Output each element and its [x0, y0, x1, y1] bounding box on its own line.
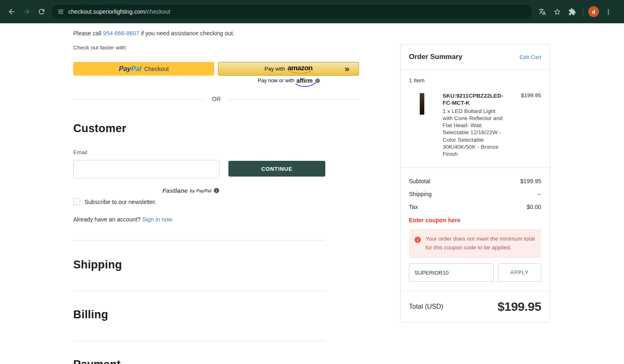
product-thumbnail: [420, 93, 424, 115]
affirm-prefix: Pay now or with: [258, 78, 294, 84]
translate-glyph-icon: [538, 8, 546, 16]
item-price: $199.95: [521, 92, 541, 157]
total-value: $199.95: [498, 300, 541, 314]
coupon-error-text: Your order does not meet the minimum tot…: [426, 235, 536, 252]
or-label: OR: [206, 96, 228, 102]
arrow-back-icon: [7, 7, 16, 16]
continue-button[interactable]: CONTINUE: [228, 161, 325, 177]
menu-icon[interactable]: [602, 6, 614, 17]
puzzle-icon: [568, 8, 576, 16]
order-summary-heading: Order Summary: [409, 53, 463, 61]
fastlane-note: Fastlane by PayPal: [73, 187, 220, 194]
coupon-prompt[interactable]: Enter coupon here: [409, 217, 541, 224]
error-info-icon: [414, 236, 421, 243]
forward-button[interactable]: [19, 4, 34, 19]
reload-icon: [37, 7, 46, 16]
arrow-forward-icon: [22, 7, 31, 16]
fastlane-info-icon[interactable]: [213, 187, 220, 194]
email-label: Email: [73, 149, 87, 155]
star-outline-icon: [553, 8, 561, 16]
paypal-logo-pal: Pal: [131, 65, 141, 73]
checkout-column: Please call 954-866-8607 if you need ass…: [73, 23, 359, 364]
toolbar-separator: [583, 7, 583, 16]
reload-button[interactable]: [34, 4, 49, 19]
extensions-icon[interactable]: [566, 6, 578, 17]
shipping-row: Shipping --: [409, 187, 541, 200]
shipping-heading: Shipping: [73, 258, 122, 271]
assistance-suffix: if you need assistance checking out.: [139, 30, 235, 37]
address-bar[interactable]: checkout.superiorlighting.com/checkout: [52, 5, 532, 19]
subtotal-label: Subtotal: [409, 178, 430, 184]
order-items-section: 1 Item SKU:9211CPBZ22LED-FC-MCT-K 1 x LE…: [401, 69, 550, 167]
order-summary-card: Order Summary Edit Cart 1 Item SKU:9211C…: [400, 44, 550, 322]
browser-chrome: checkout.superiorlighting.com/checkout d: [0, 0, 624, 23]
sign-in-link[interactable]: Sign in now: [142, 216, 172, 223]
section-divider: [73, 240, 325, 241]
tax-label: Tax: [409, 204, 418, 210]
coupon-row: APPLY: [409, 263, 541, 282]
totals-section: Subtotal $199.95 Shipping -- Tax $0.00 E…: [401, 167, 550, 291]
shipping-value: --: [537, 191, 541, 197]
translate-icon[interactable]: [536, 6, 548, 17]
billing-heading: Billing: [73, 308, 108, 321]
customer-heading: Customer: [73, 122, 126, 135]
bookmark-star-icon[interactable]: [551, 6, 563, 17]
double-chevron-icon: »: [344, 63, 349, 73]
shipping-label: Shipping: [409, 191, 432, 197]
order-item-row: SKU:9211CPBZ22LED-FC-MCT-K 1 x LED Bolla…: [409, 92, 541, 157]
newsletter-label: Subscribe to our newsletter.: [84, 199, 156, 205]
coupon-error-alert: Your order does not meet the minimum tot…: [409, 229, 541, 258]
tax-value: $0.00: [527, 204, 541, 210]
profile-avatar[interactable]: d: [588, 6, 599, 17]
affirm-logo: affirm: [297, 77, 313, 84]
paypal-logo-pay: Pay: [119, 65, 131, 73]
paypal-checkout-button[interactable]: PayPal Checkout: [73, 62, 214, 76]
coupon-input[interactable]: [409, 263, 494, 282]
item-text: SKU:9211CPBZ22LED-FC-MCT-K 1 x LED Bolla…: [443, 92, 506, 157]
checkout-page: Please call 954-866-8607 if you need ass…: [0, 23, 624, 364]
newsletter-checkbox[interactable]: [73, 198, 80, 205]
assistance-prefix: Please call: [73, 30, 103, 37]
url-path: /checkout: [145, 8, 170, 15]
express-pay-row: PayPal Checkout Pay with amazon »: [73, 62, 359, 76]
paypal-logo: PayPal: [119, 65, 141, 73]
section-divider: [73, 341, 325, 341]
item-sku: SKU:9211CPBZ22LED-FC-MCT-K: [443, 92, 506, 107]
amazon-pay-button[interactable]: Pay with amazon »: [218, 62, 359, 76]
site-info-icon[interactable]: [57, 8, 64, 15]
item-description: 1 x LED Bollard Light with Cone Reflecto…: [443, 108, 506, 158]
account-prompt-row: Already have an account? Sign in now: [73, 216, 172, 223]
amazon-logo: amazon: [287, 64, 312, 71]
fastlane-by-paypal: by PayPal: [190, 188, 211, 193]
fastlane-logo: Fastlane: [162, 187, 188, 194]
apply-coupon-button[interactable]: APPLY: [498, 263, 541, 282]
email-input[interactable]: [73, 160, 220, 178]
tax-row: Tax $0.00: [409, 200, 541, 213]
toolbar-right: d: [536, 6, 615, 17]
section-divider: [73, 291, 325, 291]
affirm-swoosh-icon: [295, 82, 317, 87]
subtotal-value: $199.95: [520, 178, 541, 184]
total-section: Total (USD) $199.95: [401, 291, 550, 322]
item-count: 1 Item: [409, 77, 541, 84]
checkout-faster-label: Check out faster with:: [73, 44, 127, 51]
newsletter-row: Subscribe to our newsletter.: [73, 198, 156, 205]
affirm-note: Pay now or with affirm: [218, 77, 359, 84]
account-prompt: Already have an account?: [73, 216, 142, 223]
amazon-button-prefix: Pay with: [265, 66, 285, 72]
viewport: checkout.superiorlighting.com/checkout d…: [0, 0, 624, 364]
subtotal-row: Subtotal $199.95: [409, 175, 541, 187]
payment-heading: Payment: [73, 358, 121, 364]
total-label: Total (USD): [409, 303, 443, 310]
amazon-smile-icon: [288, 70, 312, 74]
more-vert-icon: [604, 8, 612, 16]
url-domain: checkout.superiorlighting.com: [68, 8, 145, 15]
back-button[interactable]: [4, 4, 19, 19]
edit-cart-link[interactable]: Edit Cart: [519, 54, 541, 60]
assistance-note: Please call 954-866-8607 if you need ass…: [73, 30, 235, 37]
order-summary-header: Order Summary Edit Cart: [401, 44, 550, 69]
or-divider: OR: [73, 99, 359, 100]
paypal-button-label: Checkout: [144, 66, 168, 72]
phone-link[interactable]: 954-866-8607: [103, 30, 139, 37]
url-text: checkout.superiorlighting.com/checkout: [68, 8, 170, 15]
